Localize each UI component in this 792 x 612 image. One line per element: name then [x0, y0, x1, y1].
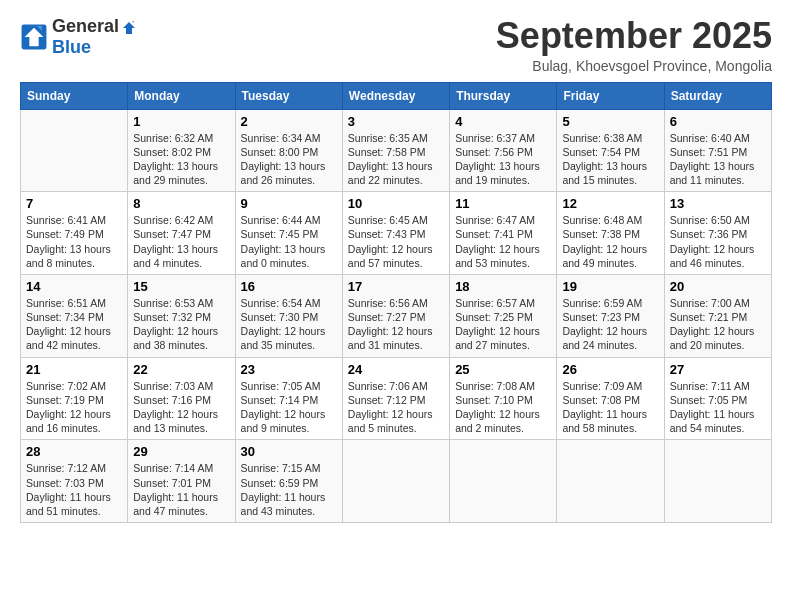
day-number: 9: [241, 196, 337, 211]
calendar-cell: 3Sunrise: 6:35 AM Sunset: 7:58 PM Daylig…: [342, 109, 449, 192]
day-number: 8: [133, 196, 229, 211]
location-subtitle: Bulag, Khoevsgoel Province, Mongolia: [496, 58, 772, 74]
calendar-cell: 24Sunrise: 7:06 AM Sunset: 7:12 PM Dayli…: [342, 357, 449, 440]
calendar-cell: 4Sunrise: 6:37 AM Sunset: 7:56 PM Daylig…: [450, 109, 557, 192]
day-info: Sunrise: 7:08 AM Sunset: 7:10 PM Dayligh…: [455, 379, 551, 436]
day-number: 18: [455, 279, 551, 294]
calendar-cell: 8Sunrise: 6:42 AM Sunset: 7:47 PM Daylig…: [128, 192, 235, 275]
day-number: 28: [26, 444, 122, 459]
calendar-cell: 22Sunrise: 7:03 AM Sunset: 7:16 PM Dayli…: [128, 357, 235, 440]
day-number: 25: [455, 362, 551, 377]
day-number: 7: [26, 196, 122, 211]
day-info: Sunrise: 6:32 AM Sunset: 8:02 PM Dayligh…: [133, 131, 229, 188]
day-number: 14: [26, 279, 122, 294]
header: GeneralBlue September 2025 Bulag, Khoevs…: [20, 16, 772, 74]
logo-text: GeneralBlue: [52, 16, 137, 58]
day-info: Sunrise: 7:14 AM Sunset: 7:01 PM Dayligh…: [133, 461, 229, 518]
day-number: 6: [670, 114, 766, 129]
day-info: Sunrise: 6:41 AM Sunset: 7:49 PM Dayligh…: [26, 213, 122, 270]
header-wednesday: Wednesday: [342, 82, 449, 109]
day-info: Sunrise: 6:42 AM Sunset: 7:47 PM Dayligh…: [133, 213, 229, 270]
day-info: Sunrise: 7:03 AM Sunset: 7:16 PM Dayligh…: [133, 379, 229, 436]
day-info: Sunrise: 6:59 AM Sunset: 7:23 PM Dayligh…: [562, 296, 658, 353]
day-number: 21: [26, 362, 122, 377]
day-info: Sunrise: 7:15 AM Sunset: 6:59 PM Dayligh…: [241, 461, 337, 518]
day-number: 13: [670, 196, 766, 211]
calendar-cell: 2Sunrise: 6:34 AM Sunset: 8:00 PM Daylig…: [235, 109, 342, 192]
calendar-cell: 14Sunrise: 6:51 AM Sunset: 7:34 PM Dayli…: [21, 274, 128, 357]
logo: GeneralBlue: [20, 16, 137, 58]
calendar-cell: 12Sunrise: 6:48 AM Sunset: 7:38 PM Dayli…: [557, 192, 664, 275]
day-number: 27: [670, 362, 766, 377]
calendar-cell: [557, 440, 664, 523]
calendar-week-1: 1Sunrise: 6:32 AM Sunset: 8:02 PM Daylig…: [21, 109, 772, 192]
calendar-cell: 13Sunrise: 6:50 AM Sunset: 7:36 PM Dayli…: [664, 192, 771, 275]
calendar-week-5: 28Sunrise: 7:12 AM Sunset: 7:03 PM Dayli…: [21, 440, 772, 523]
header-row: Sunday Monday Tuesday Wednesday Thursday…: [21, 82, 772, 109]
day-info: Sunrise: 6:54 AM Sunset: 7:30 PM Dayligh…: [241, 296, 337, 353]
day-info: Sunrise: 6:34 AM Sunset: 8:00 PM Dayligh…: [241, 131, 337, 188]
day-info: Sunrise: 6:57 AM Sunset: 7:25 PM Dayligh…: [455, 296, 551, 353]
day-info: Sunrise: 6:38 AM Sunset: 7:54 PM Dayligh…: [562, 131, 658, 188]
header-friday: Friday: [557, 82, 664, 109]
calendar-cell: 16Sunrise: 6:54 AM Sunset: 7:30 PM Dayli…: [235, 274, 342, 357]
calendar-cell: 18Sunrise: 6:57 AM Sunset: 7:25 PM Dayli…: [450, 274, 557, 357]
calendar-cell: [21, 109, 128, 192]
header-sunday: Sunday: [21, 82, 128, 109]
calendar-cell: 26Sunrise: 7:09 AM Sunset: 7:08 PM Dayli…: [557, 357, 664, 440]
logo-icon: [20, 23, 48, 51]
day-number: 16: [241, 279, 337, 294]
calendar-cell: 15Sunrise: 6:53 AM Sunset: 7:32 PM Dayli…: [128, 274, 235, 357]
svg-marker-4: [132, 21, 136, 25]
calendar-cell: 7Sunrise: 6:41 AM Sunset: 7:49 PM Daylig…: [21, 192, 128, 275]
day-number: 19: [562, 279, 658, 294]
calendar-cell: 21Sunrise: 7:02 AM Sunset: 7:19 PM Dayli…: [21, 357, 128, 440]
day-number: 26: [562, 362, 658, 377]
day-info: Sunrise: 6:47 AM Sunset: 7:41 PM Dayligh…: [455, 213, 551, 270]
calendar-cell: [664, 440, 771, 523]
header-thursday: Thursday: [450, 82, 557, 109]
day-number: 10: [348, 196, 444, 211]
header-monday: Monday: [128, 82, 235, 109]
calendar-cell: 20Sunrise: 7:00 AM Sunset: 7:21 PM Dayli…: [664, 274, 771, 357]
calendar-body: 1Sunrise: 6:32 AM Sunset: 8:02 PM Daylig…: [21, 109, 772, 522]
day-info: Sunrise: 7:06 AM Sunset: 7:12 PM Dayligh…: [348, 379, 444, 436]
day-number: 20: [670, 279, 766, 294]
calendar-cell: 27Sunrise: 7:11 AM Sunset: 7:05 PM Dayli…: [664, 357, 771, 440]
day-number: 1: [133, 114, 229, 129]
calendar-cell: 23Sunrise: 7:05 AM Sunset: 7:14 PM Dayli…: [235, 357, 342, 440]
calendar-cell: 6Sunrise: 6:40 AM Sunset: 7:51 PM Daylig…: [664, 109, 771, 192]
day-info: Sunrise: 7:02 AM Sunset: 7:19 PM Dayligh…: [26, 379, 122, 436]
calendar-cell: 10Sunrise: 6:45 AM Sunset: 7:43 PM Dayli…: [342, 192, 449, 275]
calendar-cell: 9Sunrise: 6:44 AM Sunset: 7:45 PM Daylig…: [235, 192, 342, 275]
title-block: September 2025 Bulag, Khoevsgoel Provinc…: [496, 16, 772, 74]
day-number: 24: [348, 362, 444, 377]
day-info: Sunrise: 7:09 AM Sunset: 7:08 PM Dayligh…: [562, 379, 658, 436]
day-number: 30: [241, 444, 337, 459]
header-tuesday: Tuesday: [235, 82, 342, 109]
day-number: 12: [562, 196, 658, 211]
day-info: Sunrise: 7:11 AM Sunset: 7:05 PM Dayligh…: [670, 379, 766, 436]
day-info: Sunrise: 6:35 AM Sunset: 7:58 PM Dayligh…: [348, 131, 444, 188]
calendar-cell: [342, 440, 449, 523]
day-info: Sunrise: 7:12 AM Sunset: 7:03 PM Dayligh…: [26, 461, 122, 518]
day-number: 29: [133, 444, 229, 459]
day-number: 15: [133, 279, 229, 294]
day-number: 2: [241, 114, 337, 129]
day-number: 4: [455, 114, 551, 129]
calendar-cell: 28Sunrise: 7:12 AM Sunset: 7:03 PM Dayli…: [21, 440, 128, 523]
calendar-cell: 30Sunrise: 7:15 AM Sunset: 6:59 PM Dayli…: [235, 440, 342, 523]
day-number: 17: [348, 279, 444, 294]
day-info: Sunrise: 6:51 AM Sunset: 7:34 PM Dayligh…: [26, 296, 122, 353]
calendar-week-2: 7Sunrise: 6:41 AM Sunset: 7:49 PM Daylig…: [21, 192, 772, 275]
day-info: Sunrise: 6:44 AM Sunset: 7:45 PM Dayligh…: [241, 213, 337, 270]
day-info: Sunrise: 7:00 AM Sunset: 7:21 PM Dayligh…: [670, 296, 766, 353]
calendar-cell: 25Sunrise: 7:08 AM Sunset: 7:10 PM Dayli…: [450, 357, 557, 440]
calendar-cell: 11Sunrise: 6:47 AM Sunset: 7:41 PM Dayli…: [450, 192, 557, 275]
calendar-week-4: 21Sunrise: 7:02 AM Sunset: 7:19 PM Dayli…: [21, 357, 772, 440]
day-info: Sunrise: 6:37 AM Sunset: 7:56 PM Dayligh…: [455, 131, 551, 188]
calendar-cell: 17Sunrise: 6:56 AM Sunset: 7:27 PM Dayli…: [342, 274, 449, 357]
day-number: 22: [133, 362, 229, 377]
calendar-table: Sunday Monday Tuesday Wednesday Thursday…: [20, 82, 772, 523]
calendar-cell: 29Sunrise: 7:14 AM Sunset: 7:01 PM Dayli…: [128, 440, 235, 523]
